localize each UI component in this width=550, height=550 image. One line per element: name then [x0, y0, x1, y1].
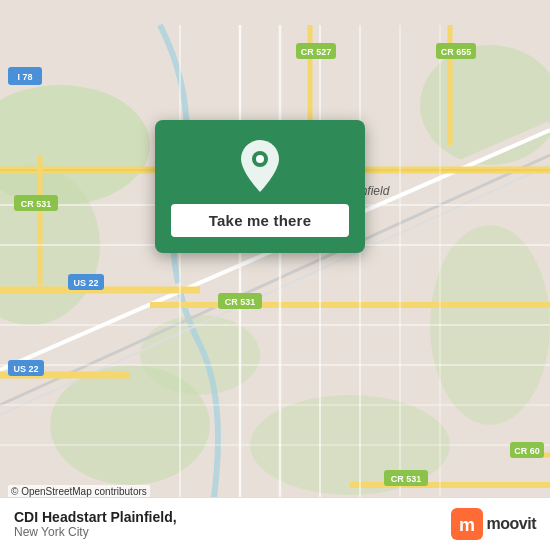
svg-text:CR 531: CR 531 — [225, 297, 256, 307]
location-subtitle: New York City — [14, 525, 177, 539]
svg-text:CR 60: CR 60 — [514, 446, 540, 456]
svg-text:CR 527: CR 527 — [301, 47, 332, 57]
location-info: CDI Headstart Plainfield, New York City — [14, 509, 177, 539]
moovit-brand-icon: m — [451, 508, 483, 540]
location-title: CDI Headstart Plainfield, — [14, 509, 177, 525]
svg-point-7 — [140, 315, 260, 395]
map-background: I 78 CR 527 US 22 CR 655 CR 531 US 22 CR… — [0, 0, 550, 550]
svg-text:CR 655: CR 655 — [441, 47, 472, 57]
svg-text:US 22: US 22 — [13, 364, 38, 374]
svg-text:I 78: I 78 — [17, 72, 32, 82]
svg-text:nfield: nfield — [361, 184, 390, 198]
moovit-text: moovit — [487, 515, 536, 533]
location-pin-icon — [236, 138, 284, 194]
svg-text:CR 531: CR 531 — [21, 199, 52, 209]
svg-text:CR 531: CR 531 — [391, 474, 422, 484]
popup-card: Take me there — [155, 120, 365, 253]
moovit-logo[interactable]: m moovit — [451, 508, 536, 540]
bottom-bar: CDI Headstart Plainfield, New York City … — [0, 497, 550, 550]
take-me-there-button[interactable]: Take me there — [171, 204, 349, 237]
svg-point-30 — [256, 155, 264, 163]
map-container: I 78 CR 527 US 22 CR 655 CR 531 US 22 CR… — [0, 0, 550, 550]
svg-text:US 22: US 22 — [73, 278, 98, 288]
svg-text:m: m — [459, 515, 475, 535]
